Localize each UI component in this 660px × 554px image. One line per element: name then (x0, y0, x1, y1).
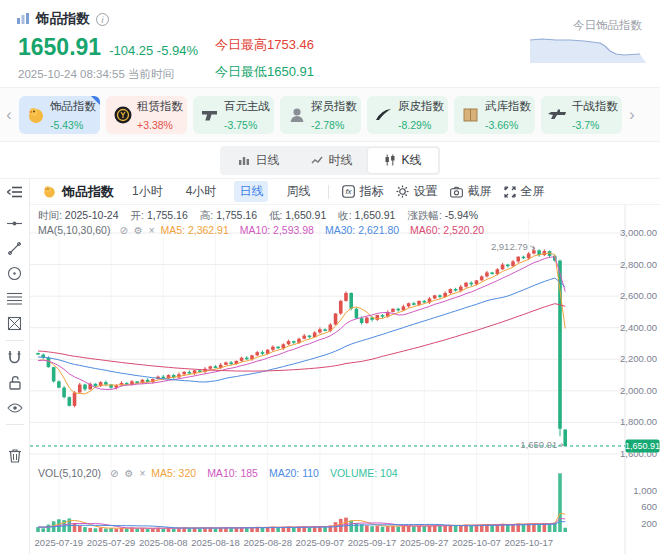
cards-next-chevron[interactable]: › (625, 106, 639, 124)
svg-text:2,000.00: 2,000.00 (620, 385, 657, 396)
tab-label: K线 (401, 152, 421, 169)
gear-icon (396, 185, 409, 198)
range-1d[interactable]: 日线 (234, 181, 268, 202)
cards-prev-chevron[interactable]: ‹ (2, 106, 16, 124)
crosshair-tool-icon[interactable] (0, 211, 30, 236)
indicator-settings-icon[interactable]: ⚙ (124, 468, 133, 479)
knife-icon (373, 105, 395, 125)
trendline-tool-icon[interactable] (0, 236, 30, 261)
card-name: 租赁指数 (137, 100, 183, 112)
svg-text:2025-08-18: 2025-08-18 (191, 537, 240, 548)
indicator-settings-icon[interactable]: ⚙ (134, 225, 143, 236)
index-card-yuanpi[interactable]: 原皮指数-8.29% (367, 96, 448, 134)
drawing-toolbar (0, 179, 30, 554)
settings-button[interactable]: 设置 (396, 183, 437, 200)
tab-kline[interactable]: K线 (368, 148, 437, 173)
index-card-baiyuan[interactable]: 百元主战-3.75% (193, 96, 274, 134)
svg-text:2025-09-27: 2025-09-27 (400, 537, 449, 548)
ohlc-info-bar: 时间: 2025-10-24开: 1,755.16高: 1,755.16低: 1… (38, 209, 490, 223)
svg-text:1,800.00: 1,800.00 (620, 416, 657, 427)
fullscreen-icon (504, 186, 516, 198)
agent-icon (286, 105, 308, 125)
remove-indicator-icon[interactable]: × (149, 225, 155, 236)
indicators-button[interactable]: fx 指标 (342, 183, 383, 200)
today-low: 今日最低1650.91 (215, 63, 314, 81)
index-chart-icon (16, 12, 30, 26)
index-card-qianzhan[interactable]: 千战指数-3.7% (541, 96, 622, 134)
app-root: 饰品指数 i 1650.91 -104.25 -5.94% 2025-10-24… (0, 0, 660, 554)
chick-icon (42, 184, 57, 199)
fibonacci-tool-icon[interactable] (0, 286, 30, 311)
eye-tool-icon[interactable] (0, 395, 30, 420)
index-card-zulin[interactable]: 租赁指数+3.38% (106, 96, 187, 134)
hide-indicator-icon[interactable]: ⊘ (110, 468, 118, 479)
remove-indicator-icon[interactable]: × (139, 468, 145, 479)
trash-tool-icon[interactable] (0, 443, 30, 468)
current-price: 1650.91 (18, 34, 101, 61)
svg-text:1,000: 1,000 (633, 485, 657, 496)
svg-text:2,200.00: 2,200.00 (620, 353, 657, 364)
camera-icon (450, 186, 463, 198)
button-label: 全屏 (520, 183, 544, 200)
chart-symbol-label: 饰品指数 (62, 183, 114, 201)
candlestick-chart[interactable]: 3,000.002,800.002,600.002,400.002,200.00… (30, 205, 660, 554)
page-title: 饰品指数 (36, 10, 90, 28)
header: 饰品指数 i 1650.91 -104.25 -5.94% 2025-10-24… (0, 0, 660, 88)
svg-text:2025-09-17: 2025-09-17 (348, 537, 397, 548)
svg-text:1,650.91: 1,650.91 (625, 441, 660, 451)
rifle-icon (547, 105, 569, 125)
svg-text:1,650.91: 1,650.91 (520, 439, 557, 450)
card-name: 原皮指数 (398, 100, 444, 112)
svg-text:3,000.00: 3,000.00 (620, 227, 657, 238)
svg-text:2025-10-07: 2025-10-07 (452, 537, 501, 548)
today-sparkline: 今日饰品指数 (530, 18, 646, 67)
chart-symbol: 饰品指数 (42, 183, 114, 201)
ma-info-bar: MA(5,10,30,60)⊘⚙× MA5: 2,362.91MA10: 2,5… (38, 224, 495, 236)
current-time: 2025-10-24 08:34:55 当前时间 (18, 67, 215, 82)
index-card-wuku[interactable]: 武库指数-3.66% (454, 96, 535, 134)
card-name: 饰品指数 (50, 100, 96, 112)
card-pct: -3.66% (485, 119, 518, 131)
crate-icon (460, 105, 482, 125)
info-icon[interactable]: i (96, 13, 109, 26)
card-pct: -2.78% (311, 119, 344, 131)
coin-icon (112, 105, 134, 125)
toolbar-divider (6, 340, 24, 341)
tab-daily-line[interactable]: 日线 (222, 148, 295, 173)
range-1w[interactable]: 周线 (281, 181, 315, 202)
card-name: 探员指数 (311, 100, 357, 112)
range-4h[interactable]: 4小时 (181, 181, 222, 202)
index-card-tanyuan[interactable]: 探员指数-2.78% (280, 96, 361, 134)
vol-info-bar: VOL(5,10,20)⊘⚙× MA5: 320MA10: 185MA20: 1… (38, 467, 409, 479)
tab-time-line[interactable]: 时线 (295, 148, 368, 173)
candlestick-icon (384, 154, 396, 166)
svg-text:600: 600 (641, 501, 657, 512)
hide-indicator-icon[interactable]: ⊘ (119, 225, 127, 236)
screenshot-button[interactable]: 截屏 (450, 183, 491, 200)
fullscreen-button[interactable]: 全屏 (504, 183, 544, 200)
magnet-tool-icon[interactable] (0, 345, 30, 370)
card-pct: +3.38% (137, 119, 173, 131)
svg-text:2,912.79: 2,912.79 (491, 241, 528, 252)
bar-chart-icon (238, 155, 250, 166)
toolbar-divider (6, 424, 24, 425)
svg-text:2025-10-17: 2025-10-17 (504, 537, 553, 548)
card-name: 百元主战 (224, 100, 270, 112)
card-pct: -8.29% (398, 119, 431, 131)
pattern-tool-icon[interactable] (0, 311, 30, 336)
index-cards-bar: ‹ 饰品指数-5.43% 租赁指数+3.38% 百元主战-3.75% 探员指数-… (0, 88, 660, 142)
collapse-sidebar-icon[interactable] (0, 179, 30, 205)
index-card-shipin[interactable]: 饰品指数-5.43% (19, 96, 100, 134)
svg-text:2025-08-08: 2025-08-08 (139, 537, 188, 548)
lock-tool-icon[interactable] (0, 370, 30, 395)
svg-text:2,800.00: 2,800.00 (620, 259, 657, 270)
chart-area[interactable]: 3,000.002,800.002,600.002,400.002,200.00… (30, 205, 660, 554)
svg-text:fx: fx (346, 187, 353, 196)
card-pct: -3.75% (224, 119, 257, 131)
view-tabs-row: 日线 时线 K线 (0, 142, 660, 178)
view-tabs-group: 日线 时线 K线 (220, 146, 439, 175)
range-1h[interactable]: 1小时 (127, 181, 168, 202)
price-change: -104.25 -5.94% (109, 43, 198, 58)
tab-label: 时线 (328, 152, 352, 169)
ellipse-tool-icon[interactable] (0, 261, 30, 286)
